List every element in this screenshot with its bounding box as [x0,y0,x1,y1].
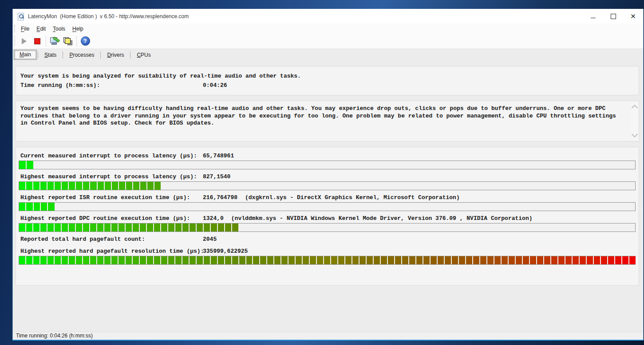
tab-separator [100,51,101,59]
latency-bar-segment [431,256,437,264]
latency-bar-segment [367,256,373,264]
latency-bar [19,161,33,169]
latency-bar-segment [338,256,344,264]
latency-bar-segment [168,256,174,264]
latency-bar-segment [19,161,26,169]
latency-bar-segment [537,256,543,264]
measurement-label: Current measured interrupt to process la… [20,151,203,161]
stop-monitor-button[interactable] [31,35,44,47]
latency-bar-segment [126,223,132,231]
latency-bar [19,182,161,190]
latency-bar-segment [601,256,607,264]
tab-cpus[interactable]: CPUs [131,51,156,60]
latency-bar-segment [288,256,295,264]
latency-bar-segment [360,256,366,264]
measurement-driver-detail: (dxgkrnl.sys - DirectX Graphics Kernel, … [245,193,460,202]
latency-bar [19,223,239,231]
tab-main[interactable]: Main [14,50,37,60]
latency-bar-segment [317,256,323,264]
latency-bar-segment [494,256,501,264]
menu-item-help[interactable]: Help [69,25,87,33]
latency-bar-segment [26,256,32,264]
menu-bar: FileEditToolsHelp [13,24,643,34]
latency-measurements-panel: Current measured interrupt to process la… [16,147,639,286]
latency-bar-segment [182,223,189,231]
latency-bar-segment [41,203,47,211]
latency-bar-segment [551,256,557,264]
help-button[interactable]: ? [79,35,92,47]
close-button[interactable]: ✕ [623,9,643,24]
latency-bar-segment [83,223,89,231]
latency-bar-segment [19,223,25,231]
latency-bar-segment [629,256,636,264]
latency-bar-segment [62,182,68,190]
copy-report-button[interactable] [61,35,75,47]
latency-bar-segment [232,223,238,231]
latency-bar-segment [211,256,217,264]
latency-bar-segment [232,256,238,264]
latency-bar-segment [466,256,472,264]
main-page: Your system is being analyzed for suitab… [13,60,643,332]
latency-bar-segment [615,256,621,264]
latency-bar-segment [140,256,146,264]
latency-bar-segment [175,256,182,264]
latency-bar-segment [487,256,494,264]
latency-bar-segment [40,223,47,231]
latency-bar-segment [608,256,614,264]
measurement-row: Highest measured interrupt to process la… [16,172,639,181]
latency-bar-segment [34,203,40,211]
measurement-driver-detail: (nvlddmkm.sys - NVIDIA Windows Kernel Mo… [231,214,533,223]
latency-bar-segment [239,256,245,264]
latency-bar-segment [104,223,111,231]
time-running-value: 0:04:26 [203,81,227,90]
toolbar-separator [76,36,77,47]
minimize-button[interactable] [583,9,603,24]
scroll-up-icon[interactable] [632,105,638,111]
measurement-value: 216,764798 [203,193,237,202]
maximize-button[interactable] [603,9,623,24]
latency-bar-segment [69,182,75,190]
menubar-gripper[interactable] [14,25,15,32]
latency-bar-segment [147,256,153,264]
latency-bar-segment [154,182,161,190]
latency-bar-segment [126,182,132,190]
tab-drivers[interactable]: Drivers [102,51,129,60]
report-scrollbar[interactable] [631,102,638,141]
latency-bar-segment [197,256,203,264]
latency-bar-segment [140,182,146,190]
latency-bar-segment [90,256,96,264]
latency-bar-segment [352,256,359,264]
latency-bar-segment [565,256,572,264]
toolbar-gripper[interactable] [14,36,15,46]
measurement-row: Reported total hard pagefault count:2045 [16,235,639,244]
latency-bar-segment [190,256,196,264]
latency-bar-segment [523,256,529,264]
latency-bar-segment [161,223,167,231]
menu-item-tools[interactable]: Tools [49,25,69,33]
menu-item-file[interactable]: File [17,25,33,33]
latency-bar [19,256,635,264]
start-monitor-button[interactable] [17,35,31,47]
latency-bar-segment [246,256,253,264]
latency-bar-segment [33,256,40,264]
latency-bar-segment [544,256,550,264]
measurement-label: Highest reported ISR routine execution t… [20,193,203,202]
tab-stats[interactable]: Stats [39,51,62,60]
status-bar: Time running: 0:04:26 (h:mm:ss) [13,332,643,340]
latency-bar-segment [296,256,302,264]
latency-bar-segment [154,256,160,264]
tab-bar: MainStatsProcessesDriversCPUs [13,49,643,60]
latency-bar-segment [416,256,423,264]
latency-bar-segment [303,256,309,264]
latency-bar-segment [459,256,465,264]
latency-bar-segment [409,256,415,264]
latency-bar-segment [452,256,458,264]
options-button[interactable] [48,35,61,47]
tab-processes[interactable]: Processes [64,51,99,60]
latency-bar-track [19,161,636,169]
latency-bar-segment [19,203,25,211]
latency-bar-segment [502,256,508,264]
menu-item-edit[interactable]: Edit [33,25,49,33]
latency-bar-segment [260,256,266,264]
scroll-down-icon[interactable] [632,131,638,137]
